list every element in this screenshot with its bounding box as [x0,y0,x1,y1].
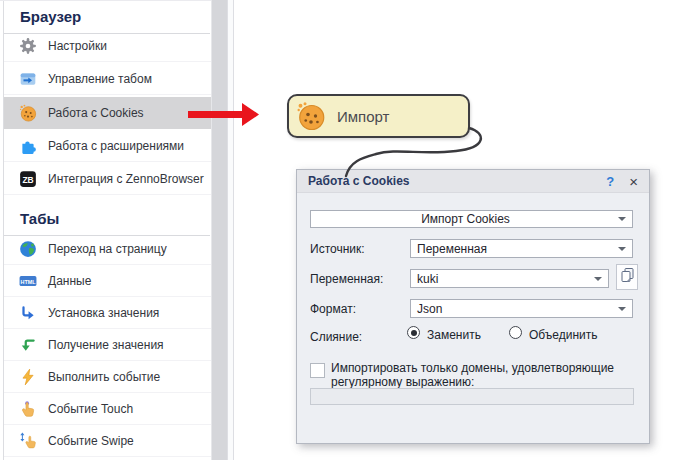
regex-input[interactable] [310,388,634,405]
sidebar-item-extensions[interactable]: Работа с расширениями [4,130,211,162]
variable-select[interactable]: kuki [410,269,609,288]
cookie-icon [19,104,37,122]
swipe-icon [19,432,37,450]
sidebar-item-label: Выполнить событие [48,370,160,384]
zb-icon: ZB [19,170,37,188]
format-select-value: Json [417,302,442,316]
section-header-browser: Браузер [20,8,81,25]
sidebar-item-label: Управление табом [48,72,152,86]
format-label: Формат: [310,302,356,316]
canvas-node-import-cookies[interactable]: Импорт [287,94,470,138]
svg-text:HTML: HTML [21,278,37,284]
cookie-icon [296,101,326,131]
dialog-titlebar[interactable]: Работа с Cookies ? × [297,170,649,193]
regex-filter-checkbox[interactable] [310,363,325,378]
action-select-value: Импорт Cookies [421,212,510,226]
merge-union-radio[interactable] [509,326,522,339]
chevron-down-icon [594,277,602,281]
cookies-dialog: Работа с Cookies ? × Импорт Cookies Исто… [296,169,650,444]
tab-icon [19,70,37,88]
format-select[interactable]: Json [410,299,633,318]
sidebar-item-label: Получение значения [48,338,164,352]
source-select-value: Переменная [417,242,487,256]
action-select[interactable]: Импорт Cookies [310,210,633,228]
close-button[interactable]: × [629,175,638,188]
sidebar-item-set-value[interactable]: Установка значения [4,297,211,329]
sidebar-item-tab-management[interactable]: Управление табом [4,63,211,95]
chevron-down-icon [618,307,626,311]
sidebar-item-label: Работа с расширениями [48,139,184,153]
globe-icon [19,240,37,258]
merge-replace-radio[interactable] [407,326,420,339]
chevron-down-icon [618,217,626,221]
sidebar-item-execute-event[interactable]: Выполнить событие [4,361,211,393]
sidebar-item-goto-page[interactable]: Переход на страницу [4,233,211,265]
variable-label: Переменная: [310,272,383,286]
sidebar-item-event-swipe[interactable]: Событие Swipe [4,425,211,457]
sidebar-item-label: Настройки [48,39,107,53]
panel-splitter[interactable] [227,0,234,460]
merge-union-label[interactable]: Объединить [529,328,598,342]
node-label: Импорт [337,108,389,125]
sidebar-item-get-value[interactable]: Получение значения [4,329,211,361]
section-header-tabs: Табы [20,210,59,227]
sidebar-item-label: Переход на страницу [48,242,167,256]
sidebar-item-label: Работа с Cookies [48,106,144,120]
source-label: Источник: [310,242,365,256]
sidebar-item-label: Данные [48,274,91,288]
chevron-down-icon [618,247,626,251]
sidebar-item-label: Интеграция с ZennoBrowser [48,172,204,186]
svg-text:ZB: ZB [22,174,33,184]
lightning-icon [19,368,37,386]
merge-replace-label[interactable]: Заменить [427,328,481,342]
set-value-icon [19,304,37,322]
sidebar-item-event-touch[interactable]: Событие Touch [4,393,211,425]
puzzle-icon [19,137,37,155]
copy-variable-button[interactable] [616,264,638,290]
help-button[interactable]: ? [606,174,614,189]
sidebar: Браузер Настройки Управление табом [0,0,211,460]
gear-icon [19,37,37,55]
regex-filter-label[interactable]: Импортировать только домены, удовлетворя… [331,362,643,389]
sidebar-item-data[interactable]: HTML Данные [4,265,211,297]
sidebar-item-zennobrowser[interactable]: ZB Интеграция с ZennoBrowser [4,163,211,195]
html-icon: HTML [19,272,37,290]
copy-icon [620,267,635,287]
source-select[interactable]: Переменная [410,239,633,258]
sidebar-item-cookies[interactable]: Работа с Cookies [4,97,211,129]
sidebar-item-settings[interactable]: Настройки [4,30,211,62]
sidebar-scrollbar[interactable] [211,0,227,460]
get-value-icon [19,336,37,354]
merge-label: Слияние: [310,330,362,344]
variable-select-value: kuki [417,272,438,286]
sidebar-item-label: Событие Touch [48,402,133,416]
touch-icon [19,400,37,418]
sidebar-item-label: Установка значения [48,306,159,320]
sidebar-item-label: Событие Swipe [48,434,134,448]
dialog-title: Работа с Cookies [308,174,606,188]
